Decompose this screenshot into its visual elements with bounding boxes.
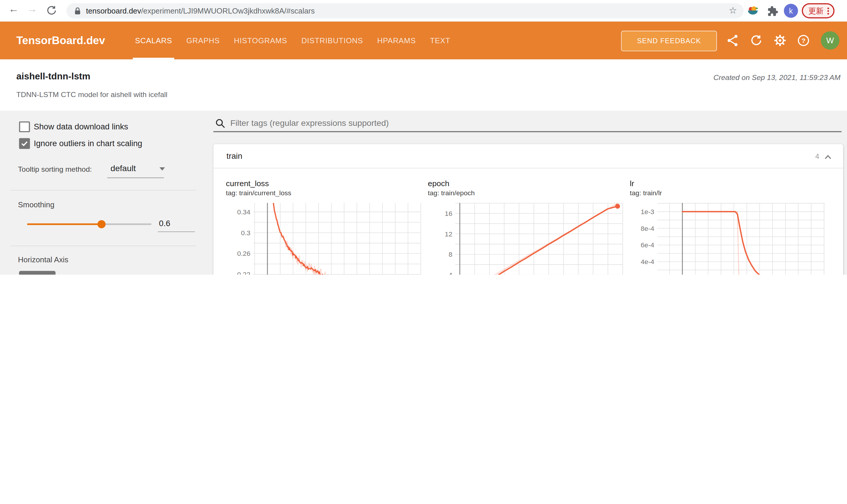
update-label: 更新 [809, 4, 824, 17]
search-icon [215, 119, 225, 130]
chart-title: epoch [428, 179, 449, 187]
reload-icon[interactable] [46, 5, 57, 19]
tag-group-title[interactable]: train [226, 151, 242, 160]
content-area: Show data download links Ignore outliers… [0, 111, 847, 275]
svg-text:6e-4: 6e-4 [641, 241, 654, 249]
chart-current-loss: current_loss tag: train/current_loss 04k… [226, 179, 423, 275]
app-window: ← → tensorboard.dev/experiment/LJI9MWUOR… [0, 0, 847, 275]
svg-text:16: 16 [445, 210, 452, 217]
chart-tag: tag: train/current_loss [226, 190, 291, 197]
tooltip-select-underline [107, 178, 163, 178]
chart-plot[interactable]: 04k8k12k16k20k0.180.220.260.30.34 [226, 202, 423, 275]
smoothing-label: Smoothing [18, 200, 54, 209]
svg-text:?: ? [801, 37, 806, 44]
svg-text:12: 12 [445, 230, 452, 238]
tab-text[interactable]: TEXT [430, 21, 450, 59]
smoothing-value-input[interactable] [158, 218, 196, 228]
help-icon[interactable]: ? [797, 34, 810, 47]
ignore-outliers-label: Ignore outliers in chart scaling [34, 139, 142, 148]
lock-icon [74, 7, 81, 17]
chart-plot[interactable]: 02k4k6k8k10k12k14k16k18k20k0481216 [428, 202, 625, 275]
refresh-icon[interactable] [749, 34, 762, 47]
fruit-bowl-extension-icon[interactable] [747, 5, 759, 19]
chart-tag: tag: train/lr [630, 190, 662, 197]
smoothing-input-underline [158, 231, 195, 232]
ignore-outliers-checkbox[interactable] [19, 138, 30, 149]
tab-hparams[interactable]: HPARAMS [377, 21, 416, 59]
chart-epoch: epoch tag: train/epoch 02k4k6k8k10k12k14… [428, 179, 625, 275]
svg-text:8e-4: 8e-4 [641, 224, 654, 232]
sidebar-divider [11, 190, 196, 191]
bookmark-star-icon[interactable]: ☆ [729, 3, 737, 18]
share-icon[interactable] [726, 34, 739, 47]
chart-lr: lr tag: train/lr 04k8k12k16k20k02e-44e-4… [630, 179, 827, 275]
browser-toolbar: ← → tensorboard.dev/experiment/LJI9MWUOR… [0, 0, 847, 21]
horizontal-axis-label: Horizontal Axis [18, 255, 68, 264]
chart-plot[interactable]: 04k8k12k16k20k02e-44e-46e-48e-41e-3 [630, 202, 827, 275]
send-feedback-button[interactable]: SEND FEEDBACK [621, 31, 717, 52]
show-download-links-checkbox[interactable] [19, 122, 30, 132]
browser-profile-avatar[interactable]: k [784, 4, 798, 18]
experiment-header: aishell-tdnn-lstm TDNN-LSTM CTC model fo… [0, 59, 847, 111]
smoothing-slider-knob[interactable] [98, 220, 106, 229]
tooltip-sorting-label: Tooltip sorting method: [18, 165, 92, 174]
filter-tags-input[interactable] [229, 118, 612, 128]
collapse-chevron-icon[interactable] [824, 152, 832, 162]
settings-gear-icon[interactable] [774, 34, 786, 47]
filter-tags-underline [213, 131, 842, 132]
chart-title: current_loss [226, 179, 269, 187]
svg-text:4e-4: 4e-4 [641, 258, 654, 266]
chart-title: lr [630, 179, 634, 187]
card-divider [213, 168, 843, 168]
smoothing-slider-track-filled[interactable] [27, 223, 102, 225]
svg-text:0.26: 0.26 [237, 250, 250, 257]
dropdown-caret-icon [159, 167, 165, 170]
sidebar-divider [11, 246, 196, 246]
back-icon[interactable]: ← [6, 3, 21, 15]
tooltip-sorting-select[interactable]: default [110, 163, 136, 173]
tag-group-card: train 4 current_loss tag: train/current_… [213, 144, 843, 275]
url-bar[interactable]: tensorboard.dev/experiment/LJI9MWUORLOw3… [67, 3, 744, 18]
account-avatar[interactable]: W [821, 31, 839, 49]
axis-step-button[interactable]: STEP [19, 271, 56, 275]
svg-text:8: 8 [449, 251, 452, 258]
svg-text:0.34: 0.34 [237, 208, 250, 216]
tag-group-count: 4 [815, 152, 819, 161]
tab-distributions[interactable]: DISTRIBUTIONS [301, 21, 363, 59]
url-domain: tensorboard.dev [86, 6, 141, 15]
tab-graphs[interactable]: GRAPHS [186, 21, 220, 59]
extensions-puzzle-icon[interactable] [766, 5, 778, 19]
experiment-name: aishell-tdnn-lstm [16, 71, 90, 82]
svg-text:0.22: 0.22 [237, 271, 250, 275]
forward-icon[interactable]: → [25, 3, 39, 15]
tab-scalars[interactable]: SCALARS [135, 21, 172, 59]
browser-menu-icon[interactable] [827, 7, 829, 14]
browser-update-button[interactable]: 更新 [802, 3, 834, 18]
show-download-links-label: Show data download links [34, 122, 128, 131]
svg-text:1e-3: 1e-3 [641, 208, 654, 216]
chart-tag: tag: train/epoch [428, 190, 475, 197]
axis-wall-button[interactable]: WALL [121, 271, 143, 275]
axis-relative-button[interactable]: RELATIVE [67, 271, 102, 275]
app-logo: TensorBoard.dev [16, 21, 105, 59]
experiment-created-date: Created on Sep 13, 2021, 11:59:23 AM [713, 73, 841, 82]
nav-tabs: SCALARS GRAPHS HISTOGRAMS DISTRIBUTIONS … [135, 21, 450, 59]
url-text: tensorboard.dev/experiment/LJI9MWUORLOw3… [86, 3, 315, 18]
smoothing-slider-track[interactable] [102, 223, 151, 225]
experiment-description: TDNN-LSTM CTC model for aishell with ice… [16, 91, 167, 99]
url-path: /experiment/LJI9MWUORLOw3jkdhxwk8A/#scal… [141, 6, 315, 15]
tab-histograms[interactable]: HISTOGRAMS [234, 21, 287, 59]
svg-text:0.3: 0.3 [241, 229, 250, 237]
svg-text:4: 4 [449, 271, 452, 275]
app-header: TensorBoard.dev SCALARS GRAPHS HISTOGRAM… [0, 21, 847, 59]
